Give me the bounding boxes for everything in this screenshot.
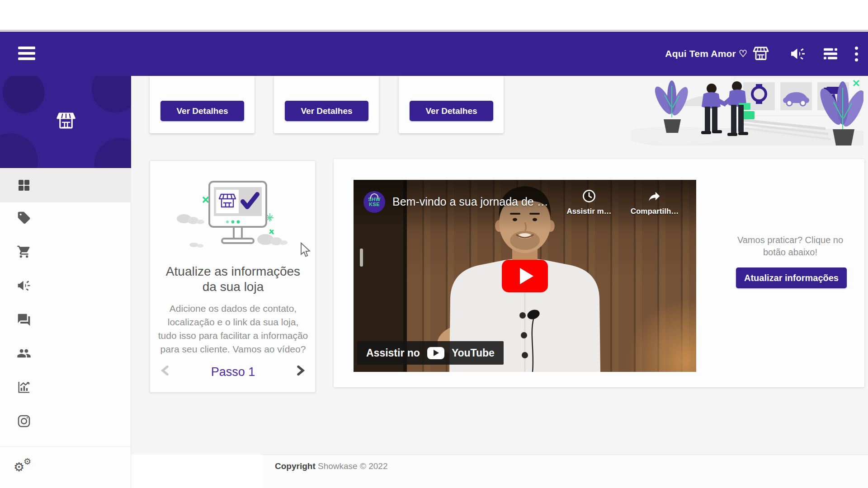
app-header: Aqui Tem Amor ♡ <box>0 32 868 76</box>
youtube-logo-icon <box>427 347 444 359</box>
sidebar-item-tags[interactable] <box>16 210 32 225</box>
mouse-cursor <box>300 242 311 258</box>
page-footer: Copyright Showkase © 2022 2.26.15 <box>262 455 868 488</box>
marketplace-illustration <box>631 77 863 145</box>
video-title-link[interactable]: Bem-vindo a sua jornada de … <box>392 195 548 208</box>
sidebar-item-cart[interactable] <box>16 244 32 259</box>
video-card: SHW KSE Bem-vindo a sua jornada de … Ass… <box>334 159 864 387</box>
gear-small-icon: ⚙ <box>24 456 31 466</box>
sidebar-item-chat[interactable] <box>16 312 32 328</box>
gear-icon: ⚙ <box>14 460 24 474</box>
sidebar-item-announcements[interactable] <box>16 278 32 293</box>
step-card: Atualize as informações da sua loja Adic… <box>150 160 316 393</box>
sidebar-item-analytics[interactable] <box>16 380 32 395</box>
sidebar-item-customers[interactable] <box>16 346 32 361</box>
sidebar-store-icon <box>55 110 77 134</box>
storefront-icon[interactable] <box>752 45 770 63</box>
channel-avatar[interactable]: SHW KSE <box>363 191 385 213</box>
clock-icon <box>582 189 596 203</box>
store-name[interactable]: Aqui Tem Amor ♡ <box>665 48 747 59</box>
sidebar-item-instagram[interactable] <box>16 413 32 429</box>
bag-handle-icon <box>370 193 378 199</box>
kebab-menu-icon[interactable] <box>855 47 858 61</box>
monitor-illustration <box>165 174 301 268</box>
share-button[interactable]: Compartilh… <box>625 189 684 216</box>
main-content: Ver Detalhes Ver Detalhes Ver Detalhes <box>131 76 868 455</box>
ver-detalhes-button[interactable]: Ver Detalhes <box>410 101 493 121</box>
play-triangle-icon <box>520 268 533 284</box>
sidebar: ⚙⚙ <box>0 168 131 488</box>
sidebar-item-dashboard[interactable] <box>16 178 32 193</box>
watch-on-youtube-button[interactable]: Assistir no YouTube <box>357 341 504 365</box>
sidebar-item-settings[interactable]: ⚙⚙ <box>14 457 41 475</box>
ver-detalhes-button[interactable]: Ver Detalhes <box>285 101 368 121</box>
practice-prompt: Vamos praticar? Clique no botão abaixo! <box>722 234 858 258</box>
share-arrow-icon <box>647 189 662 203</box>
watch-later-button[interactable]: Assistir m… <box>560 189 618 216</box>
step-indicator: Passo 1 <box>150 365 316 379</box>
sidebar-divider <box>0 446 131 447</box>
youtube-play-button[interactable] <box>502 260 548 292</box>
page: Aqui Tem Amor ♡ <box>0 0 868 488</box>
summary-card: Ver Detalhes <box>274 76 379 133</box>
atualizar-informacoes-button[interactable]: Atualizar informações <box>736 267 847 288</box>
youtube-wordmark: YouTube <box>452 347 495 359</box>
hamburger-menu-icon[interactable] <box>18 46 35 61</box>
store-list-icon[interactable] <box>821 45 840 63</box>
step-card-description: Adicione os dados de contato, localizaçã… <box>158 302 308 356</box>
ver-detalhes-button[interactable]: Ver Detalhes <box>160 101 244 121</box>
youtube-video-player[interactable]: SHW KSE Bem-vindo a sua jornada de … Ass… <box>354 180 696 372</box>
copyright-text: Copyright Showkase © 2022 <box>275 461 387 471</box>
header-actions: Aqui Tem Amor ♡ <box>665 32 858 76</box>
megaphone-icon[interactable] <box>790 46 806 62</box>
summary-card: Ver Detalhes <box>150 76 255 133</box>
chevron-right-icon[interactable] <box>296 365 306 378</box>
sidebar-hero <box>0 76 131 168</box>
step-card-title: Atualize as informações da sua loja <box>150 264 316 295</box>
summary-card: Ver Detalhes <box>399 76 504 133</box>
top-white-strip <box>0 0 868 31</box>
